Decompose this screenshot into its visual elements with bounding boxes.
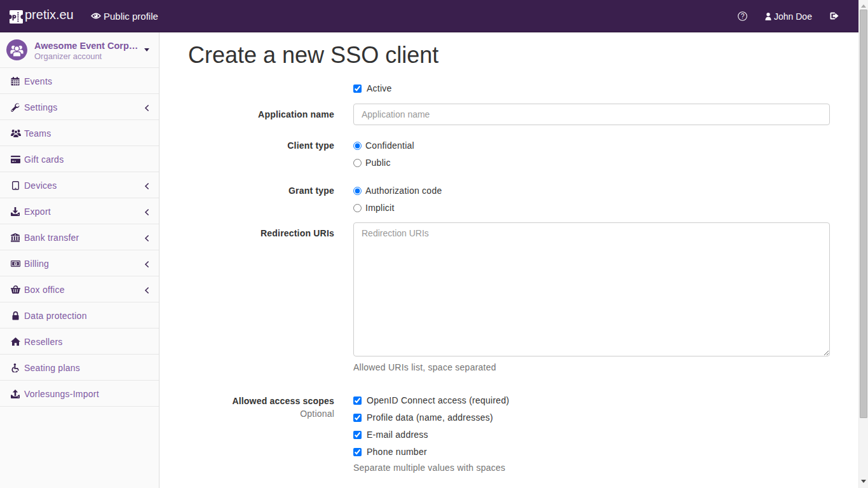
- svg-text:?: ?: [741, 12, 745, 20]
